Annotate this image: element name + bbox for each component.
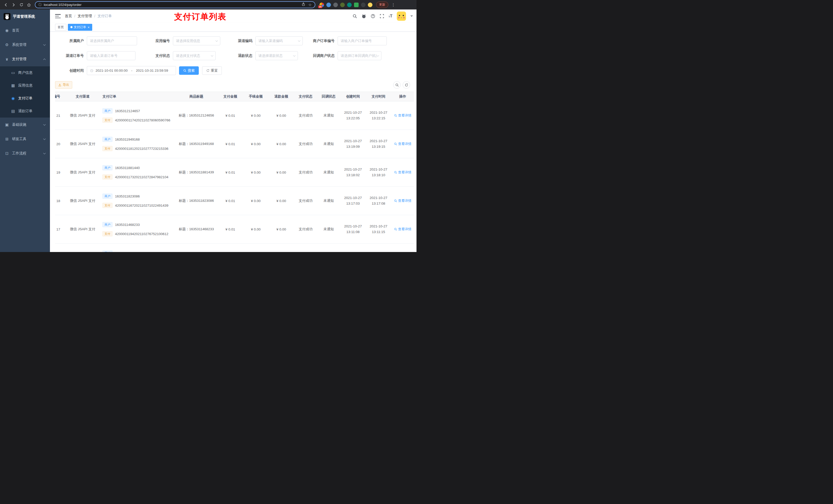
- sidebar-item-system[interactable]: ⚙ 系统管理: [0, 38, 50, 52]
- merchant-badge: 商户: [102, 250, 113, 252]
- sidebar: 芋道管理系统 ◉ 首页 ⚙ 系统管理 ¥ 支付管理 ▭ 商户信息 ▦ 应用信息: [0, 9, 50, 252]
- workflow-icon: ⊡: [5, 151, 9, 156]
- tags-view: 首页 支付订单 ×: [50, 23, 416, 32]
- extension-icon[interactable]: [333, 3, 338, 7]
- search-button[interactable]: 搜索: [179, 66, 199, 75]
- channel-order-no-field[interactable]: [87, 51, 136, 60]
- browser-menu-icon[interactable]: ⋮: [391, 3, 395, 7]
- sidebar-item-refund-order[interactable]: ▤ 退款订单: [0, 105, 50, 118]
- filter-label: 应用编号: [135, 39, 173, 43]
- table-row-partial: 商户1635311157136 支付: [55, 243, 414, 252]
- merchant-badge: 商户: [102, 194, 113, 199]
- extensions-pin-icon[interactable]: [361, 3, 365, 7]
- navbar: 首页 / 支付管理 / 支付订单 тT: [50, 9, 416, 23]
- toggle-search-button[interactable]: [393, 81, 401, 89]
- breadcrumb-payment[interactable]: 支付管理: [78, 14, 92, 19]
- user-menu-caret-icon[interactable]: [410, 15, 413, 17]
- user-avatar[interactable]: [397, 11, 406, 21]
- channel-code-select[interactable]: 请输入渠道编码: [255, 37, 303, 45]
- extension-icon[interactable]: 10: [319, 3, 324, 7]
- gear-icon: ⚙: [5, 43, 9, 47]
- close-icon[interactable]: ×: [88, 26, 90, 29]
- export-button[interactable]: 导出: [55, 81, 72, 89]
- channel-order-no-input[interactable]: [90, 54, 133, 57]
- fullscreen-icon[interactable]: [380, 14, 384, 19]
- extension-icon[interactable]: [354, 3, 359, 7]
- site-info-icon[interactable]: ⓘ: [39, 3, 42, 7]
- browser-back-button[interactable]: [3, 2, 9, 8]
- merchant-input[interactable]: [90, 39, 134, 43]
- create-time-range-picker[interactable]: 2021-10-01 00:00:00 - 2021-10-31 23:59:5…: [87, 66, 176, 75]
- refresh-table-button[interactable]: [403, 81, 410, 89]
- share-icon[interactable]: [302, 2, 305, 7]
- channel-pay-no: 4200001194202110276752100612: [115, 232, 168, 236]
- filter-label: 所属商户: [50, 39, 87, 43]
- extension-icon[interactable]: [347, 3, 352, 7]
- column-header: 回调状态: [317, 92, 340, 101]
- pay-badge: 支付: [102, 174, 113, 179]
- chevron-down-icon: [43, 123, 46, 126]
- orders-table: 编号 支付渠道 支付订单 商品标题 支付金额 手续金额 退款金额 支付状态 回调…: [55, 92, 414, 252]
- navbar-actions: тT: [353, 11, 416, 21]
- sidebar-item-label: 基础设施: [12, 122, 26, 127]
- notify-status-select[interactable]: 请选择订单回调商户状态: [338, 51, 381, 60]
- pay-badge: 支付: [102, 118, 113, 123]
- profile-avatar[interactable]: [368, 3, 373, 7]
- pay-badge: 支付: [102, 203, 113, 208]
- yen-icon: ¥: [5, 57, 9, 62]
- address-bar[interactable]: ⓘ localhost:1024/pay/order ☆: [35, 1, 315, 8]
- view-detail-link[interactable]: 查看详情: [394, 198, 411, 203]
- tag-home[interactable]: 首页: [55, 24, 66, 31]
- sidebar-item-label: 支付订单: [18, 96, 32, 101]
- pay-badge: 支付: [102, 146, 113, 151]
- reset-button[interactable]: 重置: [202, 66, 222, 75]
- view-detail-link[interactable]: 查看详情: [394, 227, 411, 232]
- pay-status-select[interactable]: 请选择支付状态: [173, 51, 216, 60]
- extension-icon[interactable]: [326, 3, 331, 7]
- filter-row-3: 创建时间 2021-10-01 00:00:00 - 2021-10-31 23…: [50, 66, 416, 75]
- sidebar-item-label: 退款订单: [18, 109, 32, 114]
- app-id-select[interactable]: 请选择应用信息: [173, 37, 220, 45]
- sidebar-item-payment[interactable]: ¥ 支付管理: [0, 52, 50, 66]
- merchant-select[interactable]: [87, 37, 137, 45]
- merchant-order-no-field[interactable]: [338, 37, 387, 45]
- header-search-icon[interactable]: [353, 14, 357, 19]
- filter-label: 渠道订单号: [50, 53, 87, 58]
- url-text[interactable]: localhost:1024/pay/order: [44, 3, 300, 7]
- browser-forward-button[interactable]: [10, 2, 17, 8]
- column-header: 商品标题: [175, 92, 217, 101]
- extension-icon[interactable]: [340, 3, 345, 7]
- payment-submenu: ▭ 商户信息 ▦ 应用信息 ◉ 支付订单 ▤ 退款订单: [0, 66, 50, 118]
- sidebar-item-workflow[interactable]: ⊡ 工作流程: [0, 146, 50, 161]
- date-end-value: 2021-10-31 23:59:59: [136, 69, 168, 72]
- tag-pay-order[interactable]: 支付订单 ×: [68, 24, 92, 31]
- browser-update-button[interactable]: 更新: [376, 2, 388, 8]
- sidebar-item-pay-order[interactable]: ◉ 支付订单: [0, 92, 50, 105]
- view-detail-link[interactable]: 查看详情: [394, 113, 411, 118]
- browser-home-button[interactable]: [26, 2, 32, 8]
- column-header: 支付金额: [217, 92, 243, 101]
- font-size-icon[interactable]: тT: [388, 14, 392, 19]
- breadcrumb-home[interactable]: 首页: [65, 14, 72, 19]
- browser-reload-button[interactable]: [18, 2, 25, 8]
- sidebar-item-home[interactable]: ◉ 首页: [0, 23, 50, 38]
- merchant-order-no: 1635311823086: [115, 194, 140, 198]
- refund-status-select[interactable]: 请选择退款状态: [255, 51, 298, 60]
- app-logo: [4, 13, 10, 20]
- bookmark-star-icon[interactable]: ☆: [308, 3, 312, 7]
- view-detail-link[interactable]: 查看详情: [394, 142, 411, 146]
- help-icon[interactable]: [371, 14, 375, 19]
- document-icon: ▤: [11, 109, 15, 114]
- merchant-order-no: 1635311468233: [115, 223, 140, 226]
- github-icon[interactable]: [361, 14, 366, 19]
- sidebar-item-merchant-info[interactable]: ▭ 商户信息: [0, 66, 50, 79]
- extensions-cluster: 10: [319, 3, 373, 7]
- merchant-order-no-input[interactable]: [341, 39, 384, 43]
- extension-badge: 10: [318, 5, 322, 8]
- sidebar-toggle-icon[interactable]: [55, 14, 61, 18]
- sidebar-item-dev-tools[interactable]: ⊞ 研发工具: [0, 132, 50, 146]
- sidebar-item-app-info[interactable]: ▦ 应用信息: [0, 79, 50, 92]
- view-detail-link[interactable]: 查看详情: [394, 170, 411, 175]
- sidebar-item-infrastructure[interactable]: ▣ 基础设施: [0, 118, 50, 132]
- sidebar-item-label: 研发工具: [12, 137, 26, 141]
